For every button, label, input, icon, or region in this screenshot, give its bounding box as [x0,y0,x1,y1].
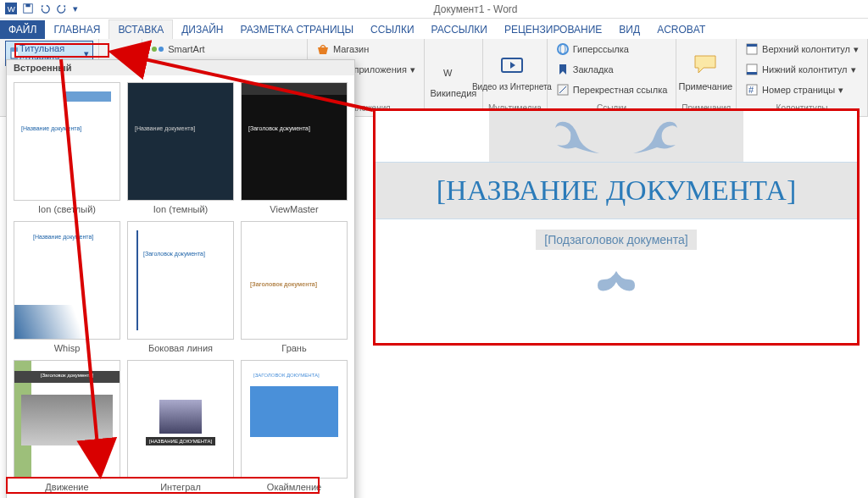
thumb-label: [НАЗВАНИЕ ДОКУМЕНТА] [146,437,215,445]
tab-layout[interactable]: РАЗМЕТКА СТРАНИЦЫ [232,20,363,39]
svg-point-23 [558,44,568,54]
document-preview: [НАЗВАНИЕ ДОКУМЕНТА] [Подзаголовок докум… [373,108,860,346]
header-icon [745,42,759,56]
store-label: Магазин [333,44,369,54]
svg-text:W: W [443,68,453,78]
pagenum-label: Номер страницы [762,85,835,95]
tab-insert[interactable]: ВСТАВКА [108,19,173,39]
bookmark-icon [556,63,570,76]
window-title: Документ1 - Word [83,3,868,15]
hyperlink-button[interactable]: Гиперссылка [553,41,632,58]
gallery-label: Боковая линия [127,343,234,353]
header-label: Верхний колонтитул [762,44,850,54]
save-icon[interactable] [22,3,34,16]
gallery-item-whisp[interactable]: Whisp [14,221,120,353]
gallery-label: Грань [241,343,348,353]
gallery-item-ion-dark[interactable]: Ion (темный) [127,82,234,214]
pagenum-icon: # [745,83,759,97]
gallery-label: Окаймление [241,482,348,492]
subtitle-placeholder[interactable]: [Подзаголовок документа] [536,230,696,250]
gallery-label: Ion (темный) [127,204,234,214]
ornament-bottom [582,267,650,301]
video-icon [498,52,526,79]
svg-rect-5 [11,48,18,52]
crossref-icon [556,83,570,97]
crossref-button[interactable]: Перекрестная ссылка [553,81,671,98]
video-label: Видео из Интернета [472,82,552,91]
crossref-label: Перекрестная ссылка [573,85,668,95]
tab-review[interactable]: РЕЦЕНЗИРОВАНИЕ [496,20,610,39]
thumb-label: [Заголовок документа] [14,371,120,383]
qat-dropdown-icon[interactable]: ▾ [73,3,78,14]
tab-acrobat[interactable]: ACROBAT [648,20,714,39]
smartart-button[interactable]: SmartArt [147,41,208,58]
gallery-item-ion-light[interactable]: Ion (светлый) [14,82,120,214]
gallery-label: Whisp [14,343,120,353]
wikipedia-label: Википедия [431,88,477,98]
comment-icon [692,51,719,78]
svg-point-12 [159,47,164,52]
bookmark-label: Закладка [573,64,614,75]
tab-design[interactable]: ДИЗАЙН [173,20,231,39]
svg-text:W: W [8,3,16,13]
svg-text:#: # [748,85,754,95]
gallery-label: Движение [14,482,120,492]
gallery-item-integral[interactable]: [НАЗВАНИЕ ДОКУМЕНТА]Интеграл [127,360,234,492]
gallery-item-facet[interactable]: Грань [241,221,348,353]
comment-button[interactable]: Примечание [682,43,729,99]
gallery-item-banded[interactable]: Окаймление [241,360,348,492]
smartart-label: SmartArt [168,44,204,54]
footer-button[interactable]: Нижний колонтитул▾ [742,61,859,78]
wikipedia-icon: W [440,58,467,85]
title-bar: W ▾ Документ1 - Word [0,0,868,19]
undo-icon[interactable] [39,3,51,16]
gallery-header: Встроенный [7,60,354,75]
title-placeholder[interactable]: [НАЗВАНИЕ ДОКУМЕНТА] [376,162,857,219]
page-icon [9,47,18,59]
redo-icon[interactable] [56,3,68,16]
page-number-button[interactable]: #Номер страницы▾ [742,81,847,98]
store-icon [316,42,330,56]
gallery-label: Ion (светлый) [14,204,120,214]
header-button[interactable]: Верхний колонтитул▾ [742,41,862,58]
svg-rect-29 [747,72,757,75]
ribbon-tabs: ФАЙЛ ГЛАВНАЯ ВСТАВКА ДИЗАЙН РАЗМЕТКА СТР… [0,19,868,39]
bookmark-button[interactable]: Закладка [553,61,617,78]
gallery-item-sideline[interactable]: Боковая линия [127,221,234,353]
tab-view[interactable]: ВИД [610,20,648,39]
gallery-label: ViewMaster [241,204,348,214]
title-page-gallery: Встроенный Ion (светлый) Ion (темный) Vi… [6,59,355,498]
hyperlink-label: Гиперссылка [573,44,629,54]
word-icon: W [5,3,17,16]
svg-rect-27 [747,44,757,47]
wikipedia-button[interactable]: WВикипедия [430,50,477,106]
quick-access-toolbar: W ▾ [0,3,83,16]
tab-file[interactable]: ФАЙЛ [0,20,45,39]
footer-icon [745,63,759,76]
ornament-top [489,111,743,162]
store-button[interactable]: Магазин [313,41,372,58]
chevron-down-icon: ▾ [84,48,89,59]
smartart-icon [151,42,164,56]
footer-label: Нижний колонтитул [762,64,847,75]
tab-refs[interactable]: ССЫЛКИ [362,20,422,39]
tab-home[interactable]: ГЛАВНАЯ [45,20,108,39]
svg-rect-3 [25,3,30,7]
online-video-button[interactable]: Видео из Интернета [488,43,536,99]
title-text: [НАЗВАНИЕ ДОКУМЕНТА] [437,174,796,206]
gallery-item-motion[interactable]: [Заголовок документа]Движение [14,360,120,492]
gallery-label: Интеграл [127,482,234,492]
link-icon [556,42,570,56]
tab-mail[interactable]: РАССЫЛКИ [423,20,496,39]
svg-point-11 [152,47,157,52]
comment-label: Примечание [679,81,733,91]
gallery-item-viewmaster[interactable]: ViewMaster [241,82,348,214]
svg-point-24 [560,44,565,54]
